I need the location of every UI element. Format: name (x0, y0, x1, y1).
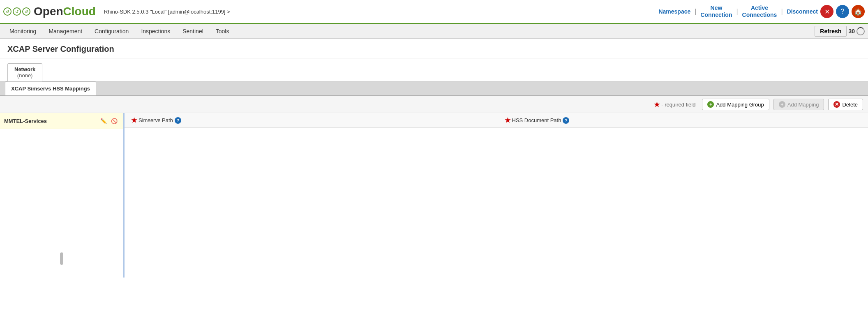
network-tab-value: (none) (14, 72, 35, 79)
right-panel-header: ★ Simservs Path ? ★ HSS Document Path ? (125, 113, 868, 128)
refresh-button[interactable]: Refresh (815, 26, 847, 37)
required-text: - required field (661, 102, 695, 108)
hss-document-path-header: ★ HSS Document Path ? (505, 116, 862, 124)
connection-info: Rhino-SDK 2.5.0.3 "Local" [admin@localho… (104, 9, 230, 15)
left-panel: MMTEL-Services ✏️ 🚫 (0, 113, 123, 278)
nav-actions: Namespace | New Connection | Active Conn… (658, 5, 865, 19)
refresh-arrow[interactable]: ↺ (22, 7, 30, 16)
logo-area: ↺ ↺ ↺ OpenCloud Rhino-SDK 2.5.0.3 "Local… (3, 5, 230, 18)
delete-item-icon[interactable]: 🚫 (110, 116, 119, 125)
simservs-required-star: ★ (131, 116, 137, 124)
xcap-simservs-tab[interactable]: XCAP Simservs HSS Mappings (5, 81, 96, 95)
separator-2: | (736, 8, 738, 15)
add-mapping-icon: + (779, 101, 785, 108)
page-title: XCAP Server Configuration (7, 44, 861, 54)
network-tab-name: Network (14, 66, 35, 72)
add-mapping-group-label: Add Mapping Group (716, 102, 764, 108)
scroll-indicator (60, 252, 63, 265)
simservs-help-icon[interactable]: ? (175, 117, 181, 124)
namespace-link[interactable]: Namespace (658, 8, 690, 15)
hss-required-star: ★ (505, 116, 510, 124)
new-label[interactable]: New (711, 5, 723, 12)
delete-button[interactable]: ✕ Delete (828, 99, 863, 110)
xcap-section: XCAP Simservs HSS Mappings ★ - required … (0, 81, 868, 278)
menubar: Monitoring Management Configuration Insp… (0, 24, 868, 39)
simservs-path-label: Simservs Path (139, 117, 173, 123)
network-tab-area: Network (none) (0, 58, 868, 81)
add-mapping-group-icon: + (707, 101, 714, 108)
connection-label: Connection (700, 12, 732, 19)
add-mapping-label: Add Mapping (787, 102, 819, 108)
menu-monitoring[interactable]: Monitoring (3, 25, 42, 37)
mapping-group-name: MMTEL-Services (4, 118, 47, 124)
connections-label: Connections (742, 12, 777, 19)
menu-management[interactable]: Management (42, 25, 88, 37)
network-tab[interactable]: Network (none) (7, 63, 42, 81)
page-title-area: XCAP Server Configuration (0, 39, 868, 58)
delete-label: Delete (842, 102, 858, 108)
mapping-group-item[interactable]: MMTEL-Services ✏️ 🚫 (0, 113, 123, 129)
back-arrow[interactable]: ↺ (3, 7, 12, 16)
refresh-area: Refresh 30 (815, 26, 865, 37)
action-bar: ★ - required field + Add Mapping Group +… (0, 96, 868, 113)
logo-cloud: Cloud (63, 5, 96, 18)
separator-1: | (695, 8, 696, 15)
separator-3: | (781, 8, 783, 15)
home-button[interactable]: 🏠 (852, 5, 865, 18)
delete-icon: ✕ (833, 101, 840, 108)
menu-sentinel[interactable]: Sentinel (176, 25, 210, 37)
xcap-tab-bar: XCAP Simservs HSS Mappings (0, 81, 868, 96)
disconnect-link[interactable]: Disconnect (787, 8, 818, 15)
hss-help-icon[interactable]: ? (563, 117, 569, 124)
menu-tools[interactable]: Tools (210, 25, 235, 37)
active-label[interactable]: Active (751, 5, 768, 12)
edit-icon[interactable]: ✏️ (99, 116, 108, 125)
required-star: ★ (654, 101, 660, 109)
header: ↺ ↺ ↺ OpenCloud Rhino-SDK 2.5.0.3 "Local… (0, 0, 868, 24)
simservs-path-header: ★ Simservs Path ? (131, 116, 488, 124)
add-mapping-group-button[interactable]: + Add Mapping Group (702, 99, 769, 110)
mapping-rows-area (125, 128, 868, 272)
new-connection-group[interactable]: New Connection (700, 5, 732, 19)
close-button[interactable]: ✕ (820, 5, 833, 18)
add-mapping-button[interactable]: + Add Mapping (773, 99, 824, 110)
logo-open: Open (34, 5, 63, 18)
hss-document-path-label: HSS Document Path (512, 117, 561, 123)
logo-arrows: ↺ ↺ ↺ (3, 7, 30, 16)
menu-configuration[interactable]: Configuration (88, 25, 135, 37)
menu-inspections[interactable]: Inspections (135, 25, 176, 37)
left-scroll-handle (0, 252, 123, 265)
refresh-spinner (856, 27, 865, 35)
help-button[interactable]: ? (836, 5, 849, 18)
refresh-count: 30 (848, 28, 855, 35)
right-panel: ★ Simservs Path ? ★ HSS Document Path ? (123, 113, 868, 278)
item-actions: ✏️ 🚫 (99, 116, 119, 125)
forward-arrow[interactable]: ↺ (13, 7, 21, 16)
active-connections-group[interactable]: Active Connections (742, 5, 777, 19)
required-field-label: ★ - required field (654, 101, 695, 109)
logo: OpenCloud (34, 5, 96, 18)
content-area: MMTEL-Services ✏️ 🚫 ★ Simservs Path ? ★ (0, 113, 868, 278)
